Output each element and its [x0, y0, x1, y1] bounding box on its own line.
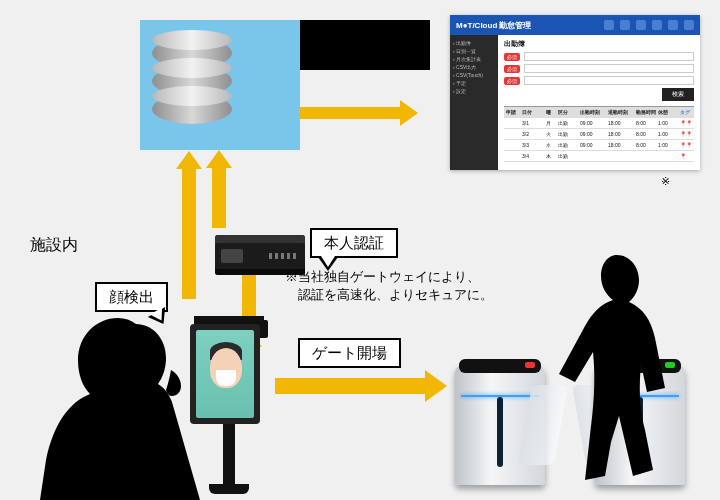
input-2[interactable]: [524, 64, 694, 73]
auth-label: 本人認証: [310, 228, 398, 258]
sidebar-item[interactable]: › CSV出力: [453, 63, 495, 71]
top-black-label: [300, 20, 430, 70]
app-sidebar[interactable]: › 出勤簿› 日別一覧› 月次集計表› CSV出力› CSV(Touch)› 予…: [450, 35, 498, 170]
face-detect-label: 顔検出: [95, 282, 168, 312]
gate-light-red: [525, 362, 535, 368]
app-title: 出勤簿: [504, 39, 694, 49]
required-tag: 必須: [504, 53, 520, 61]
app-brand: M●T/Cloud 勤怠管理: [456, 20, 532, 31]
sidebar-item[interactable]: › 出勤簿: [453, 39, 495, 47]
gate-open-label: ゲート開場: [298, 338, 401, 368]
cloud-app-window: M●T/Cloud 勤怠管理 › 出勤簿› 日別一覧› 月次集計表› CSV出力…: [450, 15, 700, 170]
face-kiosk: [190, 316, 268, 494]
sidebar-item[interactable]: › CSV(Touch): [453, 71, 495, 79]
section-label: 施設内: [30, 235, 78, 256]
app-caption: ※: [661, 175, 670, 188]
input-1[interactable]: [524, 52, 694, 61]
app-main: 出勤簿 必須 必須 必須 検索 申請日付曜区分出勤時刻退勤時刻勤務時間休憩タグ3…: [498, 35, 700, 170]
sidebar-item[interactable]: › 日別一覧: [453, 47, 495, 55]
gateway-note: ※当社独自ゲートウェイにより、 認証を高速化、よりセキュアに。: [285, 268, 493, 304]
sidebar-item[interactable]: › 月次集計表: [453, 55, 495, 63]
input-3[interactable]: [524, 76, 694, 85]
app-header-icons: [604, 20, 694, 30]
diagram-stage: M●T/Cloud 勤怠管理 › 出勤簿› 日別一覧› 月次集計表› CSV出力…: [0, 0, 720, 500]
sidebar-item[interactable]: › 予定: [453, 79, 495, 87]
database-icon: [152, 38, 232, 138]
attendance-table: 申請日付曜区分出勤時刻退勤時刻勤務時間休憩タグ3/1月出勤09:0018:008…: [504, 106, 694, 162]
search-button[interactable]: 検索: [662, 88, 694, 101]
person-silhouette-right: [555, 255, 675, 485]
person-silhouette-left: [40, 310, 200, 500]
app-header: M●T/Cloud 勤怠管理: [450, 15, 700, 35]
sidebar-item[interactable]: › 設定: [453, 87, 495, 95]
